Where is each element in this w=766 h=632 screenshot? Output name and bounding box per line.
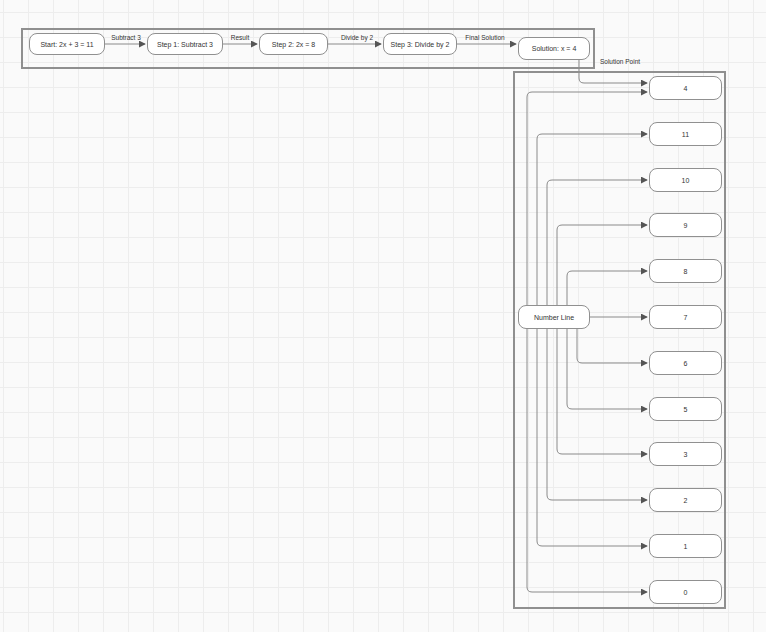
edge-label-final-solution: Final Solution bbox=[465, 35, 504, 42]
number-node-9: 9 bbox=[649, 213, 722, 237]
flow-node-start: Start: 2x + 3 = 11 bbox=[29, 33, 105, 55]
number-line-subgraph-container bbox=[513, 71, 726, 609]
number-node-7: 7 bbox=[649, 305, 722, 329]
number-node-1: 1 bbox=[649, 534, 722, 558]
number-node-4: 4 bbox=[649, 76, 722, 100]
diagram-canvas: Start: 2x + 3 = 11 Step 1: Subtract 3 St… bbox=[0, 0, 766, 632]
number-node-6: 6 bbox=[649, 351, 722, 375]
flow-node-step3: Step 3: Divide by 2 bbox=[383, 33, 457, 55]
number-node-8: 8 bbox=[649, 259, 722, 283]
number-node-0: 0 bbox=[649, 580, 722, 604]
number-node-3: 3 bbox=[649, 442, 722, 466]
edge-label-subtract-3: Subtract 3 bbox=[111, 35, 141, 42]
flow-node-step1: Step 1: Subtract 3 bbox=[147, 33, 223, 55]
edge-label-result: Result bbox=[231, 35, 249, 42]
number-node-2: 2 bbox=[649, 488, 722, 512]
number-node-10: 10 bbox=[649, 168, 722, 192]
flow-node-solution: Solution: x = 4 bbox=[518, 37, 590, 60]
edge-label-solution-point: Solution Point bbox=[600, 59, 640, 66]
edge-label-divide-by-2: Divide by 2 bbox=[341, 35, 373, 42]
number-node-11: 11 bbox=[649, 122, 722, 146]
number-line-hub-node: Number Line bbox=[518, 305, 590, 329]
number-node-5: 5 bbox=[649, 397, 722, 421]
flow-node-step2: Step 2: 2x = 8 bbox=[259, 33, 328, 55]
